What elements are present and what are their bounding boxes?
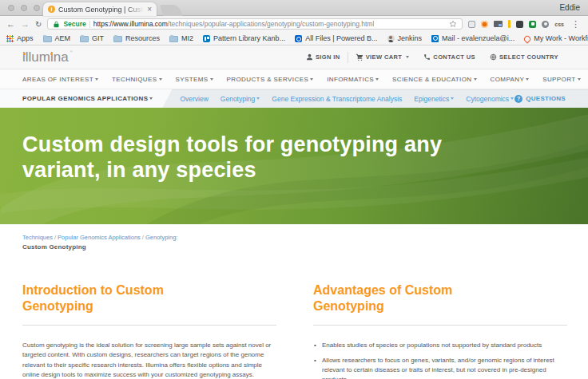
subnav-section-dropdown[interactable]: POPULAR GENOMICS APPLICATIONS xyxy=(0,89,172,108)
page-content: Introduction to Custom Genotyping Custom… xyxy=(0,251,588,379)
list-item: Allows researchers to focus on genes, va… xyxy=(313,356,567,379)
view-cart-link[interactable]: VIEW CART xyxy=(348,52,417,63)
question-circle-icon xyxy=(514,95,522,103)
bookmark-label: MI2 xyxy=(181,34,193,42)
secure-lock-icon xyxy=(53,21,60,28)
bookmark-mail[interactable]: Mail - evalenzuela@i... xyxy=(431,34,514,42)
logo-text: illumina xyxy=(22,49,69,65)
tab-close-icon[interactable] xyxy=(147,6,152,14)
apps-grid-icon xyxy=(6,35,14,42)
bookmark-jenkins[interactable]: Jenkins xyxy=(387,34,423,42)
illumina-logo[interactable]: illumina xyxy=(22,50,69,64)
bookmark-aem[interactable]: AEM xyxy=(43,34,71,42)
folder-icon xyxy=(113,36,122,42)
bookmark-star-icon[interactable] xyxy=(449,20,457,28)
dark-extension-icon[interactable] xyxy=(516,21,523,28)
utility-label: VIEW CART xyxy=(366,53,403,61)
utility-label: SELECT COUNTRY xyxy=(499,53,558,61)
nav-informatics[interactable]: INFORMATICS xyxy=(327,76,379,83)
puzzle-extension-icon[interactable] xyxy=(468,21,475,28)
browser-tab[interactable]: Custom Genotyping | Custom xyxy=(43,2,157,16)
yellow-bar-extension-icon[interactable] xyxy=(508,20,511,28)
bookmark-label: Mail - evalenzuela@i... xyxy=(442,34,514,42)
cart-icon xyxy=(356,53,364,61)
css-extension-badge[interactable]: css xyxy=(554,22,564,27)
gear-extension-icon[interactable] xyxy=(542,21,549,28)
subnav-gene-expression[interactable]: Gene Expression & Transcriptome Analysis xyxy=(272,95,402,103)
nav-systems[interactable]: SYSTEMS xyxy=(176,76,213,83)
intro-section: Introduction to Custom Genotyping Custom… xyxy=(22,282,276,379)
subnav-genotyping[interactable]: Genotyping xyxy=(220,95,260,103)
contact-us-link[interactable]: CONTACT US xyxy=(416,52,483,63)
chevron-down-icon xyxy=(310,78,313,81)
folder-icon xyxy=(80,36,89,42)
nav-support[interactable]: SUPPORT xyxy=(542,76,580,83)
nav-areas-of-interest[interactable]: AREAS OF INTEREST xyxy=(22,76,98,83)
reload-icon[interactable] xyxy=(35,20,42,29)
window-controls xyxy=(8,5,40,11)
nav-label: PRODUCTS & SERVICES xyxy=(227,76,309,83)
main-nav: AREAS OF INTEREST TECHNIQUES SYSTEMS PRO… xyxy=(0,69,588,89)
bookmark-all-files[interactable]: All Files | Powered B... xyxy=(295,34,377,42)
box-icon xyxy=(295,35,302,42)
chevron-down-icon xyxy=(375,78,379,81)
chevron-down-icon xyxy=(159,78,162,81)
nav-products-services[interactable]: PRODUCTS & SERVICES xyxy=(227,76,314,83)
breadcrumb-techniques[interactable]: Techniques xyxy=(22,234,53,241)
chevron-down-icon xyxy=(511,97,514,100)
utility-label: SIGN IN xyxy=(316,53,340,61)
nav-techniques[interactable]: TECHNIQUES xyxy=(112,76,161,83)
nav-label: SCIENCE & EDUCATION xyxy=(392,76,471,83)
section-subnav: POPULAR GENOMICS APPLICATIONS Overview G… xyxy=(0,89,588,108)
cast-extension-icon[interactable] xyxy=(494,21,503,27)
tab-title: Custom Genotyping | Custom xyxy=(58,6,144,14)
subnav-cytogenomics[interactable]: Cytogenomics xyxy=(466,95,514,103)
nav-company[interactable]: COMPANY xyxy=(491,76,530,83)
secure-label[interactable]: Secure xyxy=(63,20,85,28)
subnav-label: Cytogenomics xyxy=(466,95,509,103)
intro-paragraph: Custom genotyping is the ideal solution … xyxy=(22,341,276,379)
window-zoom-button[interactable] xyxy=(34,5,40,11)
breadcrumb-genotyping[interactable]: Genotyping: xyxy=(145,234,177,241)
nav-science-education[interactable]: SCIENCE & EDUCATION xyxy=(392,76,476,83)
bookmark-workfront[interactable]: My Work - Workfront xyxy=(524,34,588,42)
subnav-overview[interactable]: Overview xyxy=(180,95,208,103)
address-bar[interactable]: Secure https://www.illumina.com/techniqu… xyxy=(47,18,462,30)
bookmark-apps[interactable]: Apps xyxy=(6,34,34,42)
chevron-down-icon xyxy=(149,97,153,100)
bookmark-label: GIT xyxy=(92,34,104,42)
sign-in-link[interactable]: SIGN IN xyxy=(299,52,348,63)
questions-button[interactable]: QUESTIONS xyxy=(514,95,566,103)
site-header: illumina SIGN IN VIEW CART CONTACT US SE… xyxy=(0,45,588,69)
subnav-section-label: POPULAR GENOMICS APPLICATIONS xyxy=(22,95,148,102)
subnav-epigenetics[interactable]: Epigenetics xyxy=(414,95,454,103)
bookmark-label: Resources xyxy=(125,34,160,42)
subnav-label: Genotyping xyxy=(220,95,255,103)
bookmark-label: My Work - Workfront xyxy=(534,34,588,42)
browser-toolbar: Secure https://www.illumina.com/techniqu… xyxy=(0,16,588,32)
bookmark-pattern-library[interactable]: Pattern Library Kanb... xyxy=(203,34,285,42)
bookmark-mi2[interactable]: MI2 xyxy=(169,34,193,42)
select-country-link[interactable]: SELECT COUNTRY xyxy=(483,52,566,63)
window-minimize-button[interactable] xyxy=(21,5,27,11)
browser-profile-name[interactable]: Eddie xyxy=(559,3,580,12)
breadcrumb-popular-genomics[interactable]: Popular Genomics Applications xyxy=(58,234,141,241)
intro-heading: Introduction to Custom Genotyping xyxy=(22,282,222,314)
bookmark-git[interactable]: GIT xyxy=(80,34,104,42)
back-icon[interactable] xyxy=(6,20,15,29)
breadcrumb: Techniques/Popular Genomics Applications… xyxy=(0,224,588,251)
nav-label: COMPANY xyxy=(491,76,525,83)
green-extension-icon[interactable] xyxy=(529,21,536,28)
bookmark-resources[interactable]: Resources xyxy=(113,34,160,42)
forward-icon[interactable] xyxy=(21,20,30,29)
subnav-links: Overview Genotyping Gene Expression & Tr… xyxy=(180,95,514,103)
chevron-down-icon xyxy=(256,97,260,100)
advantages-list: Enables studies of species or population… xyxy=(313,341,567,379)
jenkins-icon xyxy=(387,35,395,42)
orange-extension-icon[interactable] xyxy=(481,21,488,28)
new-tab-button[interactable] xyxy=(160,5,183,16)
folder-icon xyxy=(169,36,178,42)
window-close-button[interactable] xyxy=(8,5,14,11)
chevron-down-icon xyxy=(406,56,409,58)
browser-menu-icon[interactable] xyxy=(570,20,582,29)
